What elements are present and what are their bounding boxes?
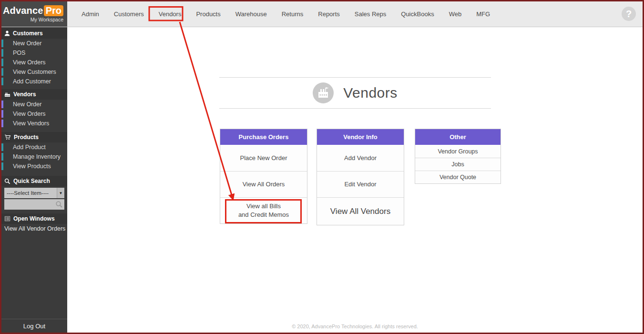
sidebar-item-add-product[interactable]: Add Product bbox=[1, 142, 67, 152]
card-other: Other Vendor Groups Jobs Vendor Quote bbox=[415, 129, 501, 184]
factory-icon bbox=[317, 86, 330, 100]
logo-subtitle: My Workspace bbox=[31, 17, 63, 22]
sidebar-item-vendors-new-order[interactable]: New Order bbox=[1, 100, 67, 109]
nav-item-vendors[interactable]: Vendors bbox=[158, 9, 183, 20]
nav-item-admin[interactable]: Admin bbox=[81, 9, 100, 20]
sidebar-section-title: Products bbox=[14, 134, 39, 141]
page-title: Vendors bbox=[343, 85, 398, 101]
nav-item-customers[interactable]: Customers bbox=[113, 9, 145, 20]
nav-item-sales-reps[interactable]: Sales Reps bbox=[354, 9, 387, 20]
factory-icon bbox=[4, 91, 10, 97]
spacer bbox=[1, 171, 67, 175]
spacer bbox=[1, 128, 67, 131]
main-nav: Admin Customers Vendors Products Warehou… bbox=[67, 1, 491, 27]
card-item-place-new-order[interactable]: Place New Order bbox=[220, 145, 307, 171]
logout-button[interactable]: Log Out bbox=[1, 319, 67, 333]
sidebar-item-view-customers[interactable]: View Customers bbox=[1, 67, 67, 77]
list-icon bbox=[4, 216, 10, 222]
sidebar-section-title: Customers bbox=[13, 30, 43, 37]
top-nav-bar: Advance Pro My Workspace Admin Customers… bbox=[1, 1, 643, 27]
search-submit-button[interactable] bbox=[55, 201, 63, 210]
card-item-add-vendor[interactable]: Add Vendor bbox=[317, 145, 404, 171]
nav-item-returns[interactable]: Returns bbox=[281, 9, 305, 20]
quick-search-box bbox=[4, 199, 64, 210]
card-item-vendor-groups[interactable]: Vendor Groups bbox=[415, 145, 501, 158]
card-header: Vendor Info bbox=[317, 129, 404, 145]
sidebar-item-manage-inventory[interactable]: Manage Inventory bbox=[1, 152, 67, 162]
app-window: Advance Pro My Workspace Admin Customers… bbox=[0, 0, 644, 334]
content-row: Customers New Order POS View Orders View… bbox=[1, 27, 643, 333]
sidebar-item-customers-view-orders[interactable]: View Orders bbox=[1, 58, 67, 67]
select-arrow-icon[interactable]: ▼ bbox=[57, 188, 64, 198]
card-item-vendor-quote[interactable]: Vendor Quote bbox=[415, 171, 501, 183]
user-icon bbox=[4, 30, 10, 36]
card-item-line: View all Bills bbox=[246, 202, 281, 211]
card-item-line: and Credit Memos bbox=[238, 211, 289, 219]
sidebar-section-open-windows: Open Windows bbox=[1, 213, 67, 224]
nav-item-reports[interactable]: Reports bbox=[317, 9, 341, 20]
card-item-edit-vendor[interactable]: Edit Vendor bbox=[317, 171, 404, 197]
open-window-view-all-vendor-orders[interactable]: View All Vendor Orders bbox=[1, 224, 67, 233]
vendors-page-icon-circle bbox=[313, 82, 334, 103]
card-purchase-orders: Purchase Orders Place New Order View All… bbox=[220, 129, 307, 224]
magnifier-icon bbox=[55, 201, 63, 208]
nav-item-products[interactable]: Products bbox=[195, 9, 221, 20]
spacer bbox=[1, 86, 67, 88]
card-vendor-info: Vendor Info Add Vendor Edit Vendor View … bbox=[317, 129, 404, 225]
card-header: Purchase Orders bbox=[220, 129, 307, 145]
logo-wordmark: Advance Pro bbox=[3, 5, 63, 16]
sidebar: Customers New Order POS View Orders View… bbox=[1, 27, 67, 333]
sidebar-section-vendors: Vendors bbox=[1, 89, 67, 100]
nav-item-web[interactable]: Web bbox=[448, 9, 463, 20]
copyright-footer: © 2020, AdvancePro Technologies. All rig… bbox=[67, 324, 643, 329]
card-item-view-all-orders[interactable]: View All Orders bbox=[220, 171, 307, 197]
advancepro-logo[interactable]: Advance Pro My Workspace bbox=[1, 1, 67, 27]
quick-search-item-select[interactable]: ----Select Item---- ▼ bbox=[4, 188, 64, 198]
nav-item-mfg[interactable]: MFG bbox=[475, 9, 491, 20]
card-item-view-all-vendors[interactable]: View All Vendors bbox=[317, 197, 404, 225]
sidebar-section-customers: Customers bbox=[1, 28, 67, 39]
sidebar-item-pos[interactable]: POS bbox=[1, 48, 67, 58]
select-value: ----Select Item---- bbox=[4, 190, 57, 196]
cart-icon bbox=[4, 134, 11, 140]
sidebar-section-title: Quick Search bbox=[13, 178, 50, 184]
sidebar-section-title: Vendors bbox=[13, 91, 36, 98]
card-header: Other bbox=[415, 129, 501, 145]
logo-text-advance: Advance bbox=[3, 5, 43, 16]
sidebar-item-vendors-view-orders[interactable]: View Orders bbox=[1, 109, 67, 119]
nav-item-warehouse[interactable]: Warehouse bbox=[235, 9, 268, 20]
sidebar-item-add-customer[interactable]: Add Customer bbox=[1, 77, 67, 86]
nav-item-quickbooks[interactable]: QuickBooks bbox=[400, 9, 435, 20]
card-item-jobs[interactable]: Jobs bbox=[415, 158, 501, 171]
sidebar-item-view-products[interactable]: View Products bbox=[1, 162, 67, 171]
sidebar-section-quick-search: Quick Search bbox=[1, 176, 67, 186]
card-item-view-all-bills-and-credit-memos[interactable]: View all Bills and Credit Memos bbox=[220, 197, 307, 223]
search-icon bbox=[4, 178, 10, 184]
sidebar-section-products: Products bbox=[1, 132, 67, 142]
sidebar-item-view-vendors[interactable]: View Vendors bbox=[1, 119, 67, 128]
main-content: Vendors Purchase Orders Place New Order … bbox=[67, 27, 643, 333]
sidebar-section-title: Open Windows bbox=[13, 215, 55, 222]
page-title-block: Vendors bbox=[219, 77, 491, 109]
help-icon[interactable]: ? bbox=[622, 7, 636, 21]
sidebar-item-customers-new-order[interactable]: New Order bbox=[1, 39, 67, 48]
logo-text-pro: Pro bbox=[44, 5, 63, 16]
